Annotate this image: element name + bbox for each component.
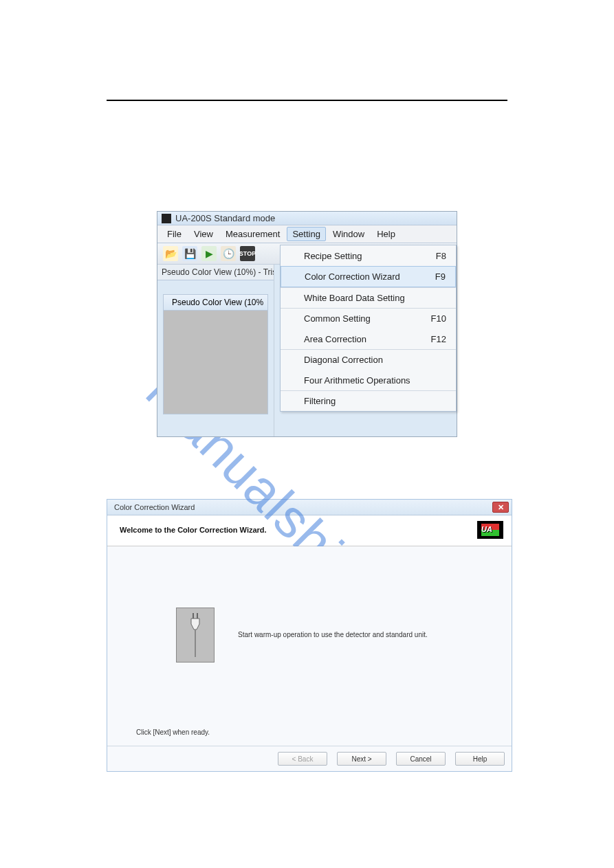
subwindow-body bbox=[164, 311, 267, 414]
app-title: UA-200S Standard mode bbox=[175, 213, 275, 223]
menu-item-four-arithmetic[interactable]: Four Arithmetic Operations bbox=[281, 370, 456, 390]
menu-item-shortcut: F9 bbox=[435, 271, 446, 282]
menu-item-shortcut: F8 bbox=[436, 251, 446, 261]
menu-window[interactable]: Window bbox=[327, 227, 370, 241]
menu-item-label: Color Correction Wizard bbox=[305, 271, 400, 282]
back-button[interactable]: < Back bbox=[278, 752, 327, 766]
menu-setting[interactable]: Setting bbox=[287, 227, 325, 241]
menu-item-label: Common Setting bbox=[304, 313, 371, 324]
help-button[interactable]: Help bbox=[455, 752, 505, 766]
subwindow-titlebar: Pseudo Color View (10% bbox=[164, 295, 267, 311]
stop-icon[interactable]: STOP bbox=[240, 246, 255, 261]
close-button[interactable]: ✕ bbox=[492, 502, 509, 513]
menu-item-diagonal-correction[interactable]: Diagonal Correction bbox=[281, 349, 456, 370]
menu-item-white-board[interactable]: White Board Data Setting bbox=[281, 287, 456, 308]
app-left-panel: Pseudo Color View (10%) - Tris Pseudo Co… bbox=[157, 265, 274, 436]
save-icon[interactable]: 💾 bbox=[182, 246, 197, 261]
menu-item-label: Area Correction bbox=[304, 334, 366, 344]
wizard-header: Welcome to the Color Correction Wizard. … bbox=[107, 515, 512, 546]
wizard-logo-text: UA bbox=[481, 525, 492, 533]
menu-file[interactable]: File bbox=[162, 227, 187, 241]
subwindow-title: Pseudo Color View (10% bbox=[172, 298, 263, 307]
wizard-footer: < Back Next > Cancel Help bbox=[107, 746, 512, 771]
menu-measurement[interactable]: Measurement bbox=[220, 227, 285, 241]
next-button[interactable]: Next > bbox=[337, 752, 386, 766]
menu-item-color-correction-wizard[interactable]: Color Correction Wizard F9 bbox=[281, 266, 456, 287]
wizard-body: Start warm-up operation to use the detec… bbox=[107, 546, 512, 746]
menu-item-label: Filtering bbox=[304, 396, 336, 406]
close-icon: ✕ bbox=[498, 503, 504, 512]
cancel-button[interactable]: Cancel bbox=[396, 752, 446, 766]
menu-view[interactable]: View bbox=[188, 227, 219, 241]
menu-item-label: Recipe Setting bbox=[304, 251, 362, 261]
clock-icon[interactable]: 🕒 bbox=[221, 246, 236, 261]
app-titlebar: UA-200S Standard mode bbox=[157, 212, 457, 225]
wizard-dialog: Color Correction Wizard ✕ Welcome to the… bbox=[107, 499, 512, 772]
play-icon[interactable]: ▶ bbox=[201, 246, 217, 261]
wizard-header-title: Welcome to the Color Correction Wizard. bbox=[120, 526, 267, 534]
tab-pseudo-color[interactable]: Pseudo Color View (10%) - Tris bbox=[157, 265, 274, 280]
menubar: File View Measurement Setting Window Hel… bbox=[157, 225, 457, 243]
wizard-click-text: Click [Next] when ready. bbox=[136, 728, 210, 736]
wizard-main-text: Start warm-up operation to use the detec… bbox=[238, 631, 428, 638]
menu-item-recipe-setting[interactable]: Recipe Setting F8 bbox=[281, 245, 456, 266]
heading-separator bbox=[107, 100, 507, 101]
menu-item-label: White Board Data Setting bbox=[304, 293, 405, 303]
app-icon bbox=[162, 214, 171, 223]
wizard-titlebar: Color Correction Wizard ✕ bbox=[107, 500, 512, 515]
menu-item-shortcut: F10 bbox=[431, 313, 446, 324]
menu-item-common-setting[interactable]: Common Setting F10 bbox=[281, 308, 456, 329]
menu-help[interactable]: Help bbox=[371, 227, 401, 241]
menu-item-label: Diagonal Correction bbox=[304, 355, 383, 365]
open-icon[interactable]: 📂 bbox=[163, 246, 178, 261]
menu-item-label: Four Arithmetic Operations bbox=[304, 375, 410, 386]
plug-icon bbox=[176, 608, 215, 663]
app-window: UA-200S Standard mode File View Measurem… bbox=[157, 211, 457, 437]
wizard-logo: UA bbox=[477, 521, 503, 539]
svg-marker-2 bbox=[191, 619, 199, 630]
menu-item-filtering[interactable]: Filtering bbox=[281, 390, 456, 411]
wizard-title: Color Correction Wizard bbox=[114, 503, 195, 511]
menu-item-shortcut: F12 bbox=[431, 334, 446, 344]
subwindow: Pseudo Color View (10% bbox=[163, 294, 268, 414]
menu-item-area-correction[interactable]: Area Correction F12 bbox=[281, 329, 456, 349]
setting-dropdown: Recipe Setting F8 Color Correction Wizar… bbox=[280, 245, 457, 412]
